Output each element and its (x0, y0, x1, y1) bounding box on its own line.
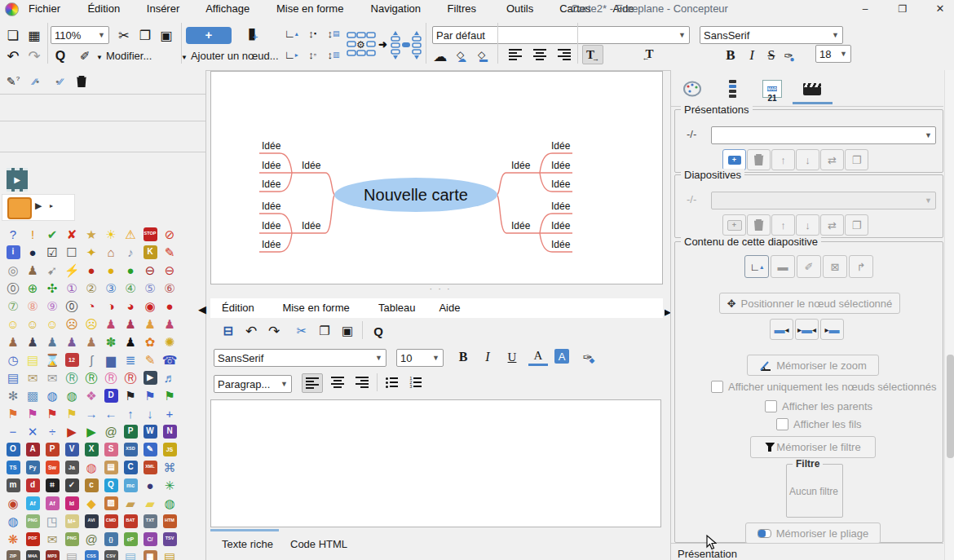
map-node-idea[interactable]: Idée (262, 179, 281, 190)
palette-icon-epub[interactable]: eP (121, 530, 140, 548)
palette-icon-cmd[interactable]: CMD (101, 512, 121, 530)
palette-icon-folder-yellow[interactable]: ▰ (140, 494, 160, 512)
palette-icon-group-2[interactable]: ♟ (62, 333, 82, 351)
palette-icon-not-ok[interactable]: ✘ (62, 225, 82, 243)
palette-icon-number-3[interactable]: ③ (101, 279, 121, 297)
palette-icon-progress-90[interactable]: ◉ (140, 297, 160, 315)
note-paragraph-select[interactable]: Paragrap...▼ (214, 375, 292, 393)
copy-icon[interactable]: ❐ (135, 25, 155, 45)
palette-icon-arrow-left[interactable]: ← (101, 404, 121, 422)
palette-icon-png-2[interactable]: PNG (62, 530, 82, 548)
note-menu-édition[interactable]: Édition (222, 298, 254, 318)
palette-icon-flag-red[interactable]: ⚑ (42, 404, 62, 422)
palette-icon-idea[interactable]: ☀ (101, 225, 121, 243)
palette-icon-group-1[interactable]: ♟ (42, 333, 62, 351)
palette-icon-progress-25[interactable]: ◔ (82, 297, 101, 315)
palette-icon-affinity-designer[interactable]: Af (23, 494, 42, 512)
palette-icon-terminal[interactable]: ⌗ (42, 476, 62, 494)
note-size-select[interactable]: 10▼ (396, 349, 444, 367)
menu-outils[interactable]: Outils (499, 0, 541, 18)
palette-icon-person[interactable]: ♟ (23, 261, 42, 279)
palette-icon-number-00[interactable]: ⓪ (62, 297, 82, 315)
format-painter-icon[interactable]: ✐ (75, 46, 95, 66)
font-size-select[interactable]: 18▼ (815, 45, 851, 63)
palette-icon-minus[interactable]: − (3, 422, 23, 440)
collapse-left-panel-handle[interactable]: ◀ (198, 303, 206, 315)
palette-icon-refactor-4[interactable]: Ⓡ (121, 368, 140, 386)
palette-icon-arrow-down[interactable]: ↓ (140, 404, 160, 422)
palette-icon-ms-onenote[interactable]: N (160, 422, 179, 440)
palette-icon-flag-green[interactable]: ⚑ (160, 386, 179, 404)
palette-icon-number-7[interactable]: ⑦ (3, 297, 23, 315)
node-remove-icon-button[interactable]: ⊠ (823, 255, 847, 278)
node-color-icon[interactable]: ✑● (780, 46, 799, 65)
node-align-right-button[interactable]: ▸▬ (820, 319, 844, 340)
palette-icon-css[interactable]: CSS (82, 548, 101, 560)
map-node-idea[interactable]: Idée (551, 160, 571, 171)
new-slide-button[interactable]: + (722, 214, 746, 236)
note-bullet-list-icon[interactable] (382, 373, 401, 391)
palette-icon-folder-tan[interactable]: ▰ (121, 494, 140, 512)
map-node-idea[interactable]: Idée (551, 220, 571, 231)
palette-icon-plus[interactable]: + (160, 404, 179, 422)
note-paste-icon[interactable]: ▣ (338, 321, 357, 341)
palette-icon-avi[interactable]: AVI (82, 512, 101, 530)
palette-icon-app-gear[interactable]: ❋ (3, 530, 23, 548)
map-node-idea[interactable]: Idée (262, 160, 281, 171)
palette-icon-refactor-2[interactable]: Ⓡ (82, 368, 101, 386)
palette-icon-at[interactable]: @ (101, 422, 121, 440)
palette-icon-arrow-up[interactable]: ↑ (121, 404, 140, 422)
space-sibling-decrease-icon[interactable]: ↕▫ (303, 45, 322, 64)
modifier-menu-button[interactable]: ▼Modifier... (96, 47, 152, 65)
palette-icon-couple-2[interactable]: ♟ (121, 315, 140, 333)
palette-icon-ms-word[interactable]: W (140, 422, 160, 440)
palette-icon-flag-blue[interactable]: ⚑ (140, 386, 160, 404)
palette-icon-divide[interactable]: ÷ (42, 422, 62, 440)
palette-icon-flag-yellow[interactable]: ⚑ (62, 404, 82, 422)
move-slide-up-button[interactable]: ↑ (771, 214, 795, 236)
palette-icon-ms-sway[interactable]: S (101, 440, 121, 458)
palette-icon-couple-3[interactable]: ♟ (140, 315, 160, 333)
palette-icon-mp3[interactable]: MP3 (42, 548, 62, 560)
palette-icon-pencil[interactable]: ✎ (160, 243, 179, 261)
palette-icon-m4a[interactable]: M4A (23, 548, 42, 560)
palette-icon-number-1[interactable]: ① (62, 279, 82, 297)
palette-icon-png[interactable]: PNG (23, 512, 42, 530)
palette-icon-ms-excel[interactable]: X (82, 440, 101, 458)
palette-icon-quicktime[interactable]: Q (101, 476, 121, 494)
palette-icon-edit[interactable]: ✎ (140, 351, 160, 368)
palette-icon-gift[interactable]: ▤ (101, 458, 121, 476)
palette-icon-briefcase[interactable]: ▆ (101, 351, 121, 368)
palette-icon-ms-powerpoint[interactable]: P (42, 440, 62, 458)
node-plain-icon-button[interactable]: ▬ (771, 255, 795, 278)
splitter-handle[interactable]: · · · (424, 284, 457, 293)
text-direction-ltr-icon[interactable]: T→ (582, 45, 603, 64)
palette-icon-penguin[interactable]: ♟ (121, 333, 140, 351)
swap-slide-button[interactable]: ⇄ (820, 214, 844, 236)
palette-icon-multiply[interactable]: ✕ (23, 422, 42, 440)
palette-icon-progress-50[interactable]: ◑ (101, 297, 121, 315)
palette-icon-bird[interactable]: ◉ (3, 494, 23, 512)
style-select[interactable]: Par défaut▼ (432, 26, 690, 44)
tab-clones[interactable] (713, 75, 752, 103)
menu-fichier[interactable]: Fichier (21, 0, 68, 18)
palette-icon-add[interactable]: ⊕ (23, 279, 42, 297)
palette-icon-typescript[interactable]: TS (3, 458, 23, 476)
palette-icon-ms-access[interactable]: A (23, 440, 42, 458)
palette-icon-music[interactable]: ♪ (121, 243, 140, 261)
palette-icon-refactor-3[interactable]: Ⓡ (101, 368, 121, 386)
palette-icon-freemind[interactable]: ✳ (160, 476, 179, 494)
note-align-right-icon[interactable] (352, 373, 372, 391)
sort-chart-2-icon[interactable]: ∟▸ (281, 45, 301, 64)
palette-icon-mail-open[interactable]: ✉ (23, 368, 42, 386)
note-undo-icon[interactable]: ↶ (241, 321, 261, 341)
italic-icon[interactable]: I (742, 46, 762, 65)
palette-icon-couple-1[interactable]: ♟ (101, 315, 121, 333)
remove-first-icon-icon[interactable]: ∕∕• (26, 72, 46, 91)
palette-icon-star[interactable]: ★ (82, 225, 101, 243)
palette-icon-odt[interactable]: ▤ (121, 548, 140, 560)
palette-icon-globe[interactable]: ◍ (42, 386, 62, 404)
select-nodes-icon-button[interactable]: ∟▴ (744, 255, 769, 278)
palette-icon-man-2[interactable]: ♟ (23, 333, 42, 351)
palette-icon-number-9[interactable]: ⑨ (42, 297, 62, 315)
